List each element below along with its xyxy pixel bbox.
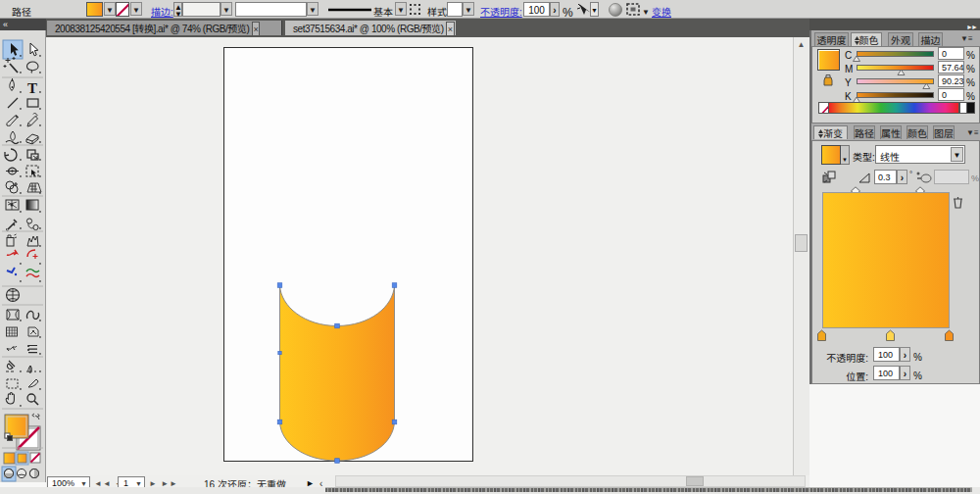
svg-text:T: T: [27, 80, 37, 96]
